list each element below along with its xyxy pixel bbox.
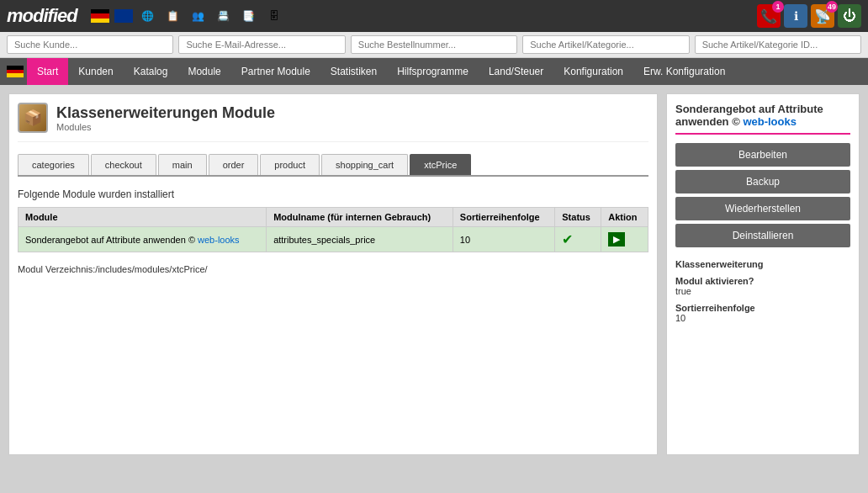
- module-name-cell: attributes_specials_price: [267, 227, 453, 252]
- sidebar: Sonderangebot auf Attribute anwenden © w…: [666, 93, 860, 455]
- klassenerweiterung-label: Klassenerweiterung: [675, 259, 850, 269]
- nav-flag-de-icon: [7, 66, 24, 77]
- section-title: Folgende Module wurden installiert: [18, 188, 648, 200]
- contacts-icon[interactable]: 📋: [163, 6, 183, 26]
- users-icon[interactable]: 👥: [188, 6, 209, 26]
- nav-item-katalog[interactable]: Katalog: [124, 58, 178, 85]
- clipboard-icon[interactable]: 📑: [239, 6, 259, 26]
- main-content: 📦 Klassenerweiterungen Module Modules ca…: [0, 85, 868, 464]
- nav-item-statistiken[interactable]: Statistiken: [320, 58, 387, 85]
- tab-shopping-cart[interactable]: shopping_cart: [321, 154, 408, 175]
- database-icon[interactable]: 🗄: [264, 6, 284, 26]
- modul-aktivieren-label: Modul aktivieren?: [675, 276, 850, 286]
- searchbar: [0, 32, 868, 58]
- sort-cell: 10: [453, 227, 554, 252]
- col-module: Module: [19, 208, 267, 227]
- page-title: Klassenerweiterungen Module: [56, 104, 275, 122]
- top-right-icons: 📞 1 ℹ 📡 49 ⏻: [757, 4, 861, 28]
- col-sortierung: Sortierreihenfolge: [453, 208, 554, 227]
- logo: modified: [7, 5, 77, 27]
- modules-table: Module Modulname (für internen Gebrauch)…: [18, 207, 648, 252]
- tab-checkout[interactable]: checkout: [91, 154, 156, 175]
- sidebar-title: Sonderangebot auf Attribute anwenden © w…: [675, 103, 850, 135]
- address-icon[interactable]: 📇: [214, 6, 234, 26]
- search-article-id-input[interactable]: [695, 35, 861, 54]
- modul-aktivieren-value: true: [675, 286, 691, 296]
- sortierreihenfolge-value: 10: [675, 313, 685, 323]
- nav-item-hilfsprogramme[interactable]: Hilfsprogramme: [387, 58, 479, 85]
- tab-order[interactable]: order: [209, 154, 259, 175]
- rss-badge-count: 49: [826, 1, 838, 13]
- sortierreihenfolge-label: Sortierreihenfolge: [675, 303, 850, 313]
- topbar: modified 🌐 📋 👥 📇 📑 🗄 📞 1 ℹ 📡 49 ⏻: [0, 0, 868, 32]
- tab-product[interactable]: product: [260, 154, 320, 175]
- backup-button[interactable]: Backup: [675, 170, 850, 193]
- module-cell: Sonderangebot auf Attribute anwenden © w…: [19, 227, 267, 252]
- logo-accent: ified: [43, 5, 77, 26]
- status-cell: ✔: [555, 227, 601, 252]
- flag-de-icon[interactable]: [91, 9, 109, 23]
- row-action-button[interactable]: ▶: [608, 232, 625, 246]
- nav-item-konfiguration[interactable]: Konfiguration: [553, 58, 633, 85]
- tab-main[interactable]: main: [158, 154, 207, 175]
- nav-item-partner-module[interactable]: Partner Module: [231, 58, 320, 85]
- content-area: 📦 Klassenerweiterungen Module Modules ca…: [8, 93, 658, 455]
- search-order-input[interactable]: [351, 35, 517, 54]
- nav-item-kunden[interactable]: Kunden: [68, 58, 123, 85]
- sidebar-info: Klassenerweiterung Modul aktivieren? tru…: [675, 259, 850, 323]
- phone-badge-count: 1: [772, 1, 784, 13]
- power-icon[interactable]: ⏻: [838, 4, 861, 28]
- module-text: Sonderangebot auf Attribute anwenden ©: [25, 235, 198, 245]
- tabs: categories checkout main order product s…: [18, 154, 648, 177]
- table-row: Sonderangebot auf Attribute anwenden © w…: [19, 227, 648, 252]
- search-customer-input[interactable]: [7, 35, 173, 54]
- action-cell: ▶: [601, 227, 648, 252]
- nav-item-start[interactable]: Start: [27, 58, 68, 85]
- col-status: Status: [555, 208, 601, 227]
- nav-item-land-steuer[interactable]: Land/Steuer: [479, 58, 553, 85]
- logo-main: mod: [7, 5, 43, 26]
- nav-item-erw-konfiguration[interactable]: Erw. Konfiguration: [633, 58, 735, 85]
- search-email-input[interactable]: [178, 35, 345, 54]
- page-subtitle: Modules: [56, 122, 275, 132]
- page-header-text: Klassenerweiterungen Module Modules: [56, 104, 275, 132]
- modul-path: Modul Verzeichnis:/includes/modules/xtcP…: [18, 264, 648, 274]
- globe-icon[interactable]: 🌐: [138, 6, 158, 26]
- flag-gb-icon[interactable]: [114, 9, 133, 23]
- restore-button[interactable]: Wiederherstellen: [675, 197, 850, 220]
- module-icon: 📦: [18, 103, 48, 133]
- status-ok-icon: ✔: [562, 232, 573, 246]
- search-article-input[interactable]: [522, 35, 689, 54]
- uninstall-button[interactable]: Deinstallieren: [675, 224, 850, 247]
- tab-categories[interactable]: categories: [18, 154, 89, 175]
- phone-badge: 📞 1: [757, 4, 781, 28]
- navbar: Start Kunden Katalog Module Partner Modu…: [0, 58, 868, 85]
- page-header: 📦 Klassenerweiterungen Module Modules: [18, 103, 648, 142]
- nav-item-module[interactable]: Module: [177, 58, 230, 85]
- info-icon[interactable]: ℹ: [784, 4, 807, 28]
- col-modulname: Modulname (für internen Gebrauch): [267, 208, 453, 227]
- col-aktion: Aktion: [601, 208, 648, 227]
- edit-button[interactable]: Bearbeiten: [675, 143, 850, 167]
- rss-badge: 📡 49: [811, 4, 834, 28]
- sidebar-title-link[interactable]: web-looks: [743, 115, 797, 128]
- tab-xtcprice[interactable]: xtcPrice: [410, 154, 471, 175]
- module-link[interactable]: web-looks: [198, 235, 240, 245]
